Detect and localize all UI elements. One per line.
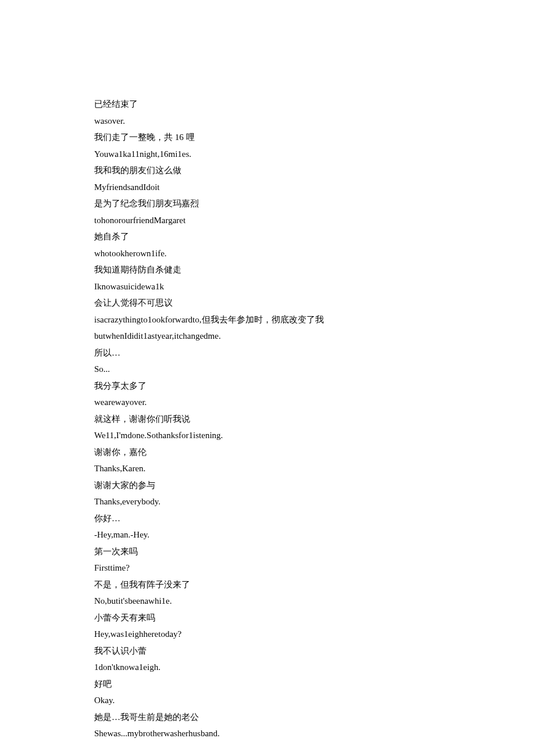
text-line: 就这样，谢谢你们听我说 [94,411,535,428]
text-line: 所以… [94,345,535,361]
text-line: We11,I'mdone.Sothanksfor1istening. [94,427,535,444]
text-line: isacrazythingto1ookforwardto,但我去年参加时，彻底改… [94,311,535,328]
text-line: tohonorourfriendMargaret [94,212,535,229]
text-line: 她自杀了 [94,228,535,245]
text-line: 我和我的朋友们这么做 [94,162,535,179]
text-line: -Hey,man.-Hey. [94,526,535,543]
text-line: butwhenIdidit1astyear,itchangedme. [94,328,535,345]
text-line: 是为了纪念我们朋友玛嘉烈 [94,195,535,212]
document-body: 已经结束了wasover.我们走了一整晚，共 16 哩Youwa1ka11nig… [94,96,535,742]
text-line: So... [94,361,535,378]
text-line: 会让人觉得不可思议 [94,295,535,311]
text-line: Shewas...mybrotherwasherhusband. [94,725,535,742]
text-line: 已经结束了 [94,96,535,113]
text-line: whotookherown1ife. [94,245,535,262]
text-line: Youwa1ka11night,16mi1es. [94,146,535,163]
text-line: Okay. [94,692,535,709]
text-line: 你好… [94,510,535,527]
text-line: MyfriendsandIdoit [94,179,535,196]
text-line: 不是，但我有阵子没来了 [94,576,535,593]
text-line: Firsttime? [94,560,535,576]
text-line: Iknowasuicidewa1k [94,278,535,295]
text-line: 我知道期待防自杀健走 [94,261,535,278]
text-line: 我分享太多了 [94,378,535,395]
text-line: 小蕾今天有来吗 [94,610,535,626]
text-line: 我不认识小蕾 [94,643,535,660]
text-line: 1don'tknowa1eigh. [94,659,535,676]
text-line: 第一次来吗 [94,543,535,560]
text-line: Thanks,everybody. [94,493,535,510]
text-line: 谢谢你，嘉伦 [94,444,535,461]
text-line: 好吧 [94,676,535,693]
text-line: 她是…我哥生前是她的老公 [94,709,535,726]
text-line: Thanks,Karen. [94,460,535,477]
text-line: 我们走了一整晚，共 16 哩 [94,129,535,146]
text-line: wasover. [94,113,535,130]
text-line: 谢谢大家的参与 [94,477,535,494]
text-line: No,butit'sbeenawhi1e. [94,593,535,610]
text-line: wearewayover. [94,394,535,411]
text-line: Hey,was1eighheretoday? [94,626,535,643]
